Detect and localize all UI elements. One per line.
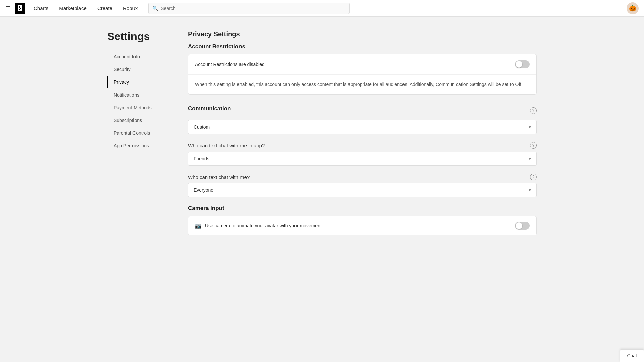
sidebar-item-parental-controls[interactable]: Parental Controls <box>107 127 168 139</box>
camera-input-toggle[interactable] <box>515 222 530 230</box>
camera-input-text: Use camera to animate your avatar with y… <box>205 223 322 228</box>
text-chat-label-row: Who can text chat with me? ? <box>188 174 537 180</box>
nav-right: 🎃 <box>627 2 639 14</box>
text-chat-section: Who can text chat with me? ? Everyone ▾ <box>188 174 537 197</box>
account-restrictions-card: Account Restrictions are disabled When t… <box>188 54 537 95</box>
text-chat-help-icon[interactable]: ? <box>530 174 537 180</box>
sidebar-item-security[interactable]: Security <box>107 63 168 75</box>
account-restrictions-toggle[interactable] <box>515 60 530 68</box>
nav-link-charts[interactable]: Charts <box>34 5 48 11</box>
communication-dropdown-value: Custom <box>194 124 210 130</box>
camera-icon: 📷 <box>195 223 202 229</box>
nav-link-robux[interactable]: Robux <box>123 5 138 11</box>
search-input[interactable] <box>148 3 350 14</box>
nav-link-marketplace[interactable]: Marketplace <box>59 5 87 11</box>
text-chat-in-app-label: Who can text chat with me in app? <box>188 143 265 148</box>
text-chat-label: Who can text chat with me? <box>188 174 250 180</box>
camera-input-label: 📷 Use camera to animate your avatar with… <box>195 223 322 229</box>
nav-link-create[interactable]: Create <box>97 5 112 11</box>
content-area: Privacy Settings Account Restrictions Ac… <box>188 30 537 235</box>
privacy-settings-title: Privacy Settings <box>188 30 537 38</box>
camera-input-card: 📷 Use camera to animate your avatar with… <box>188 216 537 235</box>
roblox-logo[interactable] <box>15 3 25 14</box>
communication-dropdown[interactable]: Custom ▾ <box>188 120 537 134</box>
search-icon: 🔍 <box>152 6 158 11</box>
communication-help-icon[interactable]: ? <box>530 107 537 114</box>
user-avatar[interactable]: 🎃 <box>627 2 639 14</box>
sidebar-item-account-info[interactable]: Account Info <box>107 51 168 63</box>
chevron-down-icon-3: ▾ <box>529 187 531 193</box>
account-restrictions-toggle-label: Account Restrictions are disabled <box>195 62 265 67</box>
navbar: ☰ Charts Marketplace Create Robux 🔍 🎃 <box>0 0 644 17</box>
account-restrictions-description: When this setting is enabled, this accou… <box>188 75 536 94</box>
svg-rect-2 <box>20 8 21 9</box>
nav-links: Charts Marketplace Create Robux <box>34 5 138 11</box>
communication-header: Communication ? <box>188 105 537 116</box>
main-container: Settings Account Info Security Privacy N… <box>87 17 557 249</box>
text-chat-value: Everyone <box>194 187 213 193</box>
communication-title: Communication <box>188 105 231 112</box>
communication-section: Communication ? Custom ▾ <box>188 105 537 134</box>
hamburger-menu-button[interactable]: ☰ <box>5 5 11 12</box>
account-restrictions-row: Account Restrictions are disabled <box>188 54 536 75</box>
text-chat-dropdown[interactable]: Everyone ▾ <box>188 183 537 197</box>
search-container: 🔍 <box>148 3 350 14</box>
svg-rect-3 <box>19 9 20 10</box>
sidebar-item-payment-methods[interactable]: Payment Methods <box>107 102 168 114</box>
page-title: Settings <box>107 30 174 43</box>
sidebar-item-privacy[interactable]: Privacy <box>107 76 168 88</box>
account-restrictions-section: Account Restrictions Account Restriction… <box>188 43 537 95</box>
svg-rect-1 <box>19 6 20 8</box>
text-chat-in-app-value: Friends <box>194 156 209 161</box>
text-chat-in-app-label-row: Who can text chat with me in app? ? <box>188 142 537 149</box>
text-chat-in-app-dropdown[interactable]: Friends ▾ <box>188 152 537 166</box>
chevron-down-icon: ▾ <box>529 124 531 130</box>
sidebar-item-notifications[interactable]: Notifications <box>107 89 168 101</box>
sidebar-item-subscriptions[interactable]: Subscriptions <box>107 114 168 126</box>
sidebar-item-app-permissions[interactable]: App Permissions <box>107 140 168 152</box>
camera-input-title: Camera Input <box>188 205 537 212</box>
page-header: Settings <box>107 30 174 43</box>
chevron-down-icon-2: ▾ <box>529 156 531 161</box>
sidebar: Account Info Security Privacy Notificati… <box>107 51 168 153</box>
text-chat-in-app-help-icon[interactable]: ? <box>530 142 537 149</box>
camera-input-section: Camera Input 📷 Use camera to animate you… <box>188 205 537 235</box>
account-restrictions-title: Account Restrictions <box>188 43 537 50</box>
text-chat-in-app-section: Who can text chat with me in app? ? Frie… <box>188 142 537 166</box>
